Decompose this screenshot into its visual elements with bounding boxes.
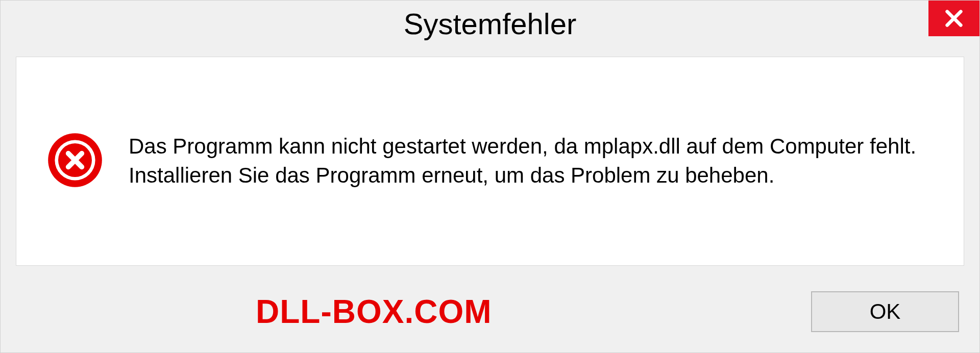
footer: DLL-BOX.COM OK — [1, 281, 979, 352]
error-dialog: Systemfehler Das Programm kann nicht ges… — [0, 0, 980, 353]
close-button[interactable] — [928, 1, 979, 36]
watermark-text: DLL-BOX.COM — [256, 293, 492, 331]
close-icon — [944, 8, 964, 29]
error-icon — [47, 132, 103, 190]
content-area: Das Programm kann nicht gestartet werden… — [16, 57, 964, 266]
ok-button[interactable]: OK — [811, 291, 959, 332]
titlebar: Systemfehler — [1, 1, 979, 46]
dialog-title: Systemfehler — [404, 7, 576, 41]
error-message: Das Programm kann nicht gestartet werden… — [129, 132, 933, 190]
